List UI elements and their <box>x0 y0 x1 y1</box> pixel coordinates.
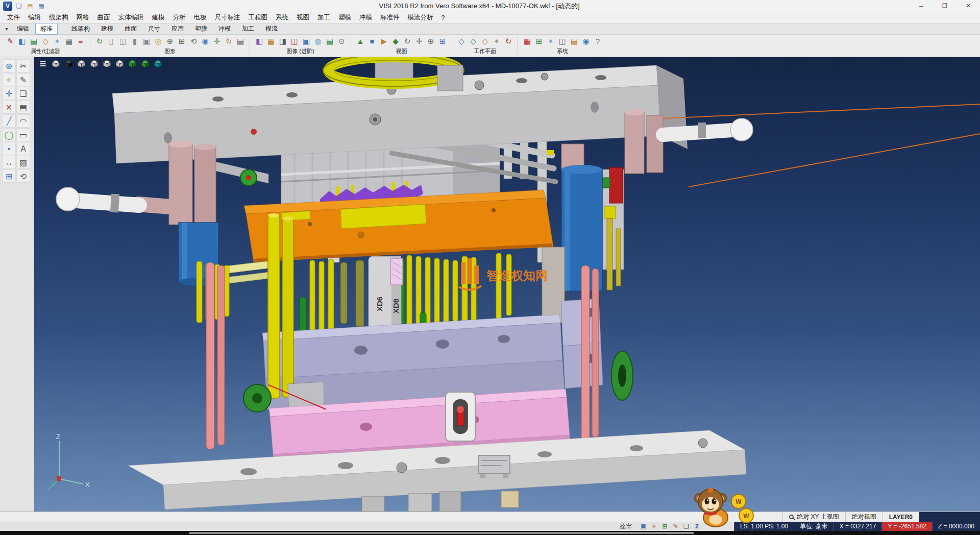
attribute-edit-icon[interactable]: ✎ <box>5 36 15 46</box>
layers-tool-icon[interactable]: ▤ <box>16 101 30 114</box>
status-count-icon[interactable]: 2 <box>693 522 701 530</box>
text-tool-icon[interactable]: A <box>16 142 30 155</box>
view-mode-cell[interactable]: 绝对 XY 上视图 <box>782 512 845 522</box>
mask-filter-icon[interactable]: ▦ <box>64 36 74 46</box>
tab-overflow-button[interactable]: ▾ <box>2 26 11 32</box>
system-colors-icon[interactable]: ▦ <box>522 36 532 46</box>
menu-item-18[interactable]: ? <box>437 13 449 22</box>
group-tool-icon[interactable]: ⊞ <box>2 169 16 183</box>
open-file-icon[interactable]: ▤ <box>26 2 35 11</box>
app-icon[interactable]: V <box>3 2 12 11</box>
property-panel-icon[interactable]: ≡ <box>76 36 86 46</box>
edit-tool-icon[interactable]: ✎ <box>16 73 30 86</box>
line-tool-icon[interactable]: ╱ <box>2 114 16 128</box>
point-tool-icon[interactable]: • <box>2 142 16 155</box>
view-list-icon[interactable]: ▤ <box>235 36 246 46</box>
minimize-button[interactable]: ─ <box>910 0 933 12</box>
menu-item-16[interactable]: 标准件 <box>376 12 404 23</box>
menu-item-15[interactable]: 冲模 <box>355 12 376 23</box>
zoom-window-icon[interactable]: ⊞ <box>177 36 187 46</box>
dynamic-view-icon[interactable]: ◉ <box>200 36 210 46</box>
menu-item-10[interactable]: 工程图 <box>244 12 272 23</box>
view-top-cube-icon[interactable] <box>76 59 87 69</box>
shadow-icon[interactable]: ◨ <box>278 36 288 46</box>
model-left-arm[interactable] <box>209 160 268 186</box>
menu-item-12[interactable]: 视图 <box>292 12 313 23</box>
status-grid-icon[interactable]: ⊞ <box>660 522 669 530</box>
menu-item-5[interactable]: 实体编辑 <box>114 12 148 23</box>
view-side-icon[interactable]: ▶ <box>379 36 389 46</box>
transparency-icon[interactable]: ◍ <box>313 36 323 46</box>
view-right-cube-icon[interactable] <box>114 59 125 69</box>
workplane-3pt-icon[interactable]: ⌖ <box>492 36 502 46</box>
hatch-tool-icon[interactable]: ▨ <box>16 156 30 169</box>
shaded-icon[interactable]: ▮ <box>130 36 140 46</box>
view-shaded-cube-icon[interactable] <box>63 59 74 69</box>
view-zoom-icon[interactable]: ⊕ <box>426 36 436 46</box>
menu-item-0[interactable]: 文件 <box>3 12 24 23</box>
view-top-icon[interactable]: ▲ <box>355 36 365 46</box>
zoom-tool-icon[interactable]: ⊕ <box>2 59 16 72</box>
view-rotate-icon[interactable]: ↻ <box>402 36 412 46</box>
view-front-icon[interactable]: ■ <box>367 36 377 46</box>
view-dynamic-cube-icon[interactable] <box>152 59 163 69</box>
menu-item-14[interactable]: 塑模 <box>334 12 355 23</box>
status-pen-icon[interactable]: ✎ <box>671 522 680 530</box>
menu-item-3[interactable]: 网格 <box>72 12 93 23</box>
system-snap-icon[interactable]: ⌖ <box>546 36 556 46</box>
undo-tool-icon[interactable]: ⟲ <box>16 169 30 183</box>
tab-right-8[interactable]: 模流 <box>260 23 283 35</box>
color-filter-icon[interactable]: ◧ <box>17 36 27 46</box>
system-info-icon[interactable]: ◉ <box>581 36 591 46</box>
tab-right-1[interactable]: 建模 <box>96 23 118 35</box>
model-right-lift-handle[interactable] <box>625 109 753 174</box>
menu-item-7[interactable]: 分析 <box>169 12 190 23</box>
menu-item-17[interactable]: 模流分析 <box>404 12 437 23</box>
view-front-cube-icon[interactable] <box>88 59 100 69</box>
layer-indicator[interactable]: LAYER0 <box>883 512 919 522</box>
tab-0[interactable]: 编辑 <box>12 23 34 35</box>
pick-filter-icon[interactable]: ⌖ <box>52 36 62 46</box>
snap-toggle[interactable]: 拴牢 <box>615 522 637 531</box>
arc-tool-icon[interactable]: ◠ <box>16 114 30 128</box>
menu-item-6[interactable]: 建模 <box>148 12 169 23</box>
menu-item-2[interactable]: 线架构 <box>45 12 72 23</box>
system-layers-icon[interactable]: ▤ <box>569 36 579 46</box>
delete-tool-icon[interactable]: ✕ <box>2 101 16 114</box>
clip-plane-icon[interactable]: ▣ <box>301 36 311 46</box>
maximize-button[interactable]: ❐ <box>933 0 957 12</box>
workplane-reset-icon[interactable]: ↻ <box>503 36 513 46</box>
capture-icon[interactable]: ⊙ <box>336 36 347 46</box>
background-icon[interactable]: ▤ <box>325 36 335 46</box>
status-select-icon[interactable]: ▣ <box>639 522 648 530</box>
tab-right-6[interactable]: 冲模 <box>213 23 236 35</box>
rotate-view-icon[interactable]: ↻ <box>224 36 234 46</box>
system-help-icon[interactable]: ? <box>593 36 603 46</box>
shaded-edges-icon[interactable]: ▣ <box>141 36 152 46</box>
view-left-cube-icon[interactable] <box>101 59 112 69</box>
view-back-cube-icon[interactable] <box>127 59 138 69</box>
tab-right-2[interactable]: 曲面 <box>119 23 142 35</box>
menu-item-9[interactable]: 尺寸标注 <box>211 12 244 23</box>
view-iso-icon[interactable]: ◆ <box>390 36 401 46</box>
workplane-xz-icon[interactable]: ◇ <box>468 36 478 46</box>
copy-tool-icon[interactable]: ❏ <box>16 87 30 100</box>
menu-item-4[interactable]: 曲面 <box>93 12 114 23</box>
wireframe-icon[interactable]: ▯ <box>106 36 116 46</box>
status-layer-icon[interactable]: ❏ <box>682 522 691 530</box>
tab-right-0[interactable]: 线架构 <box>66 23 95 35</box>
view-bottom-cube-icon[interactable] <box>139 59 151 69</box>
redraw-icon[interactable]: ↻ <box>94 36 105 46</box>
move-tool-icon[interactable]: ✛ <box>2 87 16 100</box>
view-pan-icon[interactable]: ✛ <box>414 36 424 46</box>
type-filter-icon[interactable]: ◇ <box>40 36 51 46</box>
system-grid-icon[interactable]: ⊞ <box>534 36 544 46</box>
menu-item-13[interactable]: 加工 <box>313 12 334 23</box>
cylinder-display-icon[interactable]: ◎ <box>153 36 163 46</box>
menu-item-1[interactable]: 编辑 <box>24 12 45 23</box>
tab-1[interactable]: 标准 <box>35 23 58 35</box>
close-button[interactable]: ✕ <box>957 0 980 12</box>
tab-right-5[interactable]: 塑膜 <box>190 23 212 35</box>
view-iso-cube-icon[interactable] <box>50 59 61 69</box>
workplane-yz-icon[interactable]: ◇ <box>480 36 490 46</box>
